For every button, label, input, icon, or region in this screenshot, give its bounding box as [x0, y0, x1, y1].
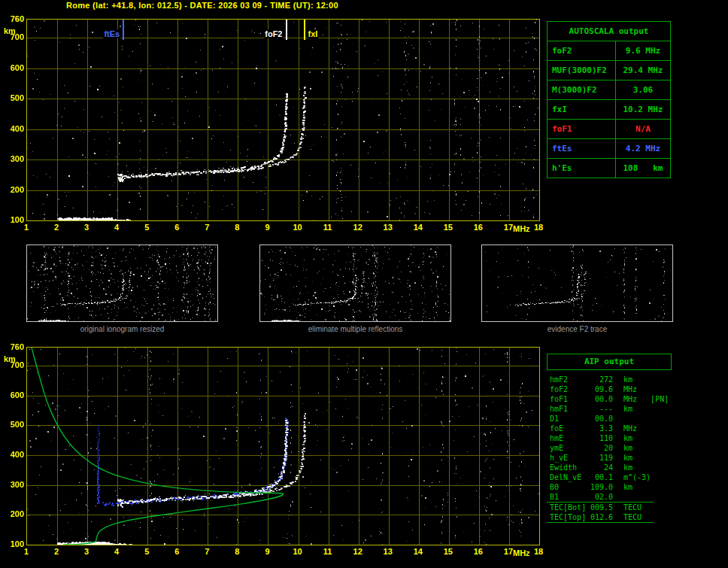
thumbnail-caption: original ionogram resized	[26, 325, 218, 333]
station-title: Rome (lat: +41.8, lon: 012.5) - DATE: 20…	[66, 1, 338, 10]
param-name: B0	[550, 482, 589, 492]
param-value: 09.6	[589, 384, 613, 394]
x-axis-tick: 15	[440, 547, 457, 556]
aip-row: TEC[Top]012.6TECU	[547, 512, 654, 523]
param-unit: km	[623, 375, 632, 384]
param-unit: MHz [PN]	[623, 394, 669, 404]
param-name: M(3000)F2	[548, 80, 616, 99]
param-value: 272	[589, 375, 613, 384]
x-axis-tick: 4	[108, 547, 125, 556]
autoscala-row: ftEs4.2 MHz	[548, 139, 670, 159]
x-axis-unit-label: MHz	[513, 224, 530, 233]
param-unit: km	[623, 443, 632, 453]
param-value: 3.06	[616, 80, 670, 99]
x-axis-tick: 16	[470, 547, 487, 556]
param-unit: m^(-3)	[623, 472, 651, 482]
x-axis-tick: 6	[168, 223, 185, 232]
thumbnail-multiple-reflections-canvas	[260, 245, 450, 321]
param-name: foF1	[550, 394, 589, 404]
aip-row: foF209.6MHz	[547, 384, 690, 394]
x-axis-tick: 6	[168, 547, 185, 556]
param-name: fxI	[548, 100, 616, 119]
param-value: 00.0	[589, 394, 613, 404]
thumbnail-caption: eliminate multiple reflections	[259, 325, 451, 333]
param-name: MUF(3000)F2	[548, 61, 616, 80]
x-axis-tick: 8	[229, 547, 245, 556]
y-axis-unit-label: km	[4, 354, 16, 363]
param-value: ---	[589, 404, 613, 414]
x-axis-tick: 3	[78, 223, 95, 232]
x-axis-tick: 5	[138, 547, 155, 556]
aip-row: foE3.3MHz	[547, 424, 690, 433]
param-value: 012.6	[589, 512, 613, 522]
y-axis-tick: 760	[2, 14, 24, 23]
param-name: TEC[Bot]	[550, 503, 589, 512]
y-axis-tick: 400	[2, 124, 24, 133]
aip-row: TEC[Bot]009.5TECU	[547, 502, 654, 512]
marker-label-fof2: foF2	[264, 29, 283, 38]
autoscala-output-table: AUTOSCALA output foF29.6 MHzMUF(3000)F22…	[547, 21, 671, 178]
x-axis-tick: 18	[530, 547, 547, 556]
aip-row: hmF2272km	[547, 375, 690, 384]
thumbnail-f2-trace-canvas	[482, 245, 672, 321]
thumbnail-multiple-reflections	[259, 245, 451, 322]
param-value: N/A	[616, 120, 670, 138]
param-name: Ewidth	[550, 463, 589, 472]
param-name: B1	[550, 492, 589, 502]
param-value: 4.2 MHz	[616, 139, 670, 158]
aip-row: DelN_vE00.1m^(-3)	[547, 472, 690, 482]
param-value: 3.3	[589, 424, 613, 433]
param-name: h'Es	[548, 159, 616, 178]
bottom-ionogram-plot	[26, 347, 540, 545]
aip-panel-title: AIP output	[547, 354, 672, 370]
param-value: 10.2 MHz	[616, 100, 670, 119]
autoscala-row: M(3000)F23.06	[548, 80, 670, 100]
x-axis-tick: 7	[199, 223, 215, 232]
y-axis-tick: 300	[2, 480, 24, 489]
y-axis-tick: 400	[2, 450, 24, 459]
param-value: 20	[589, 443, 613, 453]
param-name: TEC[Top]	[550, 512, 589, 522]
x-axis-tick: 2	[48, 223, 65, 232]
autoscala-row: foF29.6 MHz	[548, 41, 670, 61]
x-axis-tick: 1	[18, 223, 35, 232]
autoscala-table-title: AUTOSCALA output	[548, 22, 670, 41]
param-name: foE	[550, 424, 589, 433]
param-value: 00.1	[589, 472, 613, 482]
param-unit: TECU	[623, 503, 642, 512]
top-ionogram-plot: ftEsfoF2fxI	[26, 19, 540, 221]
x-axis-tick: 9	[259, 223, 275, 232]
param-name: ymE	[550, 443, 589, 453]
thumbnail-original-ionogram	[26, 245, 218, 322]
param-name: foF2	[548, 41, 616, 60]
autoscala-table-rows: foF29.6 MHzMUF(3000)F229.4 MHzM(3000)F23…	[548, 41, 670, 178]
y-axis-tick: 760	[2, 342, 24, 351]
aip-row: ymE20km	[547, 443, 690, 453]
x-axis-tick: 13	[380, 547, 396, 556]
param-name: hmF2	[550, 375, 589, 384]
param-value: 02.0	[589, 492, 613, 502]
x-axis-tick: 3	[78, 547, 95, 556]
thumbnail-f2-trace	[481, 245, 673, 322]
aip-output-rows: hmF2272kmfoF209.6MHzfoF100.0MHz [PN]hmF1…	[547, 375, 690, 523]
param-value: 24	[589, 463, 613, 472]
param-name: DelN_vE	[550, 472, 589, 482]
autoscala-row: MUF(3000)F229.4 MHz	[548, 61, 670, 80]
x-axis-tick: 10	[290, 547, 306, 556]
aip-row: hmE110km	[547, 433, 690, 443]
aip-row: B0109.0km	[547, 482, 690, 492]
x-axis-tick: 14	[410, 223, 426, 232]
x-axis-tick: 18	[530, 223, 547, 232]
page-root: Rome (lat: +41.8, lon: 012.5) - DATE: 20…	[0, 0, 728, 568]
x-axis-tick: 15	[440, 223, 457, 232]
marker-label-ftes: ftEs	[103, 29, 120, 38]
x-axis-tick: 1	[18, 547, 35, 556]
thumbnail-caption: evidence F2 trace	[481, 325, 673, 333]
thumbnail-original-canvas	[27, 245, 217, 321]
param-name: h_vE	[550, 453, 589, 463]
marker-label-fxi: fxI	[308, 29, 319, 38]
y-axis-tick: 300	[2, 154, 24, 163]
param-unit: km	[623, 482, 632, 492]
y-axis-tick: 600	[2, 63, 24, 72]
autoscala-row: h'Es108 km	[548, 159, 670, 178]
